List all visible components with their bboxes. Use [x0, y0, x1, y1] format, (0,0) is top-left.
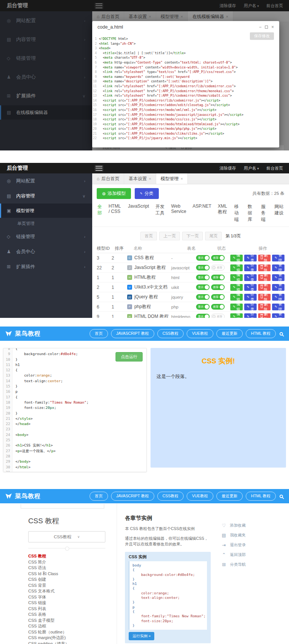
- chapter-link-CSS Id 和 Class[interactable]: CSS Id 和 Class: [28, 571, 105, 577]
- site-logo[interactable]: 菜鸟教程: [5, 330, 41, 338]
- 分类-button[interactable]: ✎分类: [244, 294, 257, 301]
- show-toggle[interactable]: 显示: [196, 304, 210, 310]
- action-返回顶部[interactable]: ⌃返回顶部: [221, 552, 246, 557]
- nav-item-VUE教程[interactable]: VUE教程: [187, 329, 213, 338]
- action-我收藏夹[interactable]: ▤我收藏夹: [221, 533, 246, 538]
- nav-item-HTML 教程[interactable]: HTML 教程: [246, 329, 276, 338]
- page-link-下一页[interactable]: 下一页: [182, 232, 203, 240]
- 管理-button[interactable]: ✎管理: [272, 294, 284, 301]
- 删除-button[interactable]: 删除: [258, 294, 271, 301]
- 管理-button[interactable]: ✎管理: [272, 264, 284, 271]
- filter-服务端[interactable]: 服务端: [261, 204, 268, 223]
- nav-item-CSS教程[interactable]: CSS教程: [157, 492, 184, 501]
- 分类-button[interactable]: ✎分类: [244, 255, 257, 261]
- sidebar-item-扩展插件[interactable]: ⊞扩展插件›: [0, 259, 92, 274]
- filter-JavaScript[interactable]: JavaScript: [128, 204, 149, 223]
- chapter-link-CSS margin(外边距)[interactable]: CSS margin(外边距): [28, 635, 105, 641]
- chapter-link-CSS 背景[interactable]: CSS 背景: [28, 583, 105, 589]
- chapter-link-CSS 链接[interactable]: CSS 链接: [28, 600, 105, 606]
- classify-button[interactable]: ✎分类: [135, 188, 159, 199]
- action-添加收藏[interactable]: ♡添加收藏: [221, 523, 246, 528]
- chapter-link-CSS 轮廓（outline）[interactable]: CSS 轮廓（outline）: [28, 629, 105, 635]
- sidebar-item-链接管理[interactable]: ◇链接管理›: [0, 229, 92, 244]
- 分类-button[interactable]: ✎分类: [244, 313, 257, 318]
- close-tab-icon[interactable]: ×: [149, 176, 151, 181]
- filter-Web Service[interactable]: Web Service: [171, 204, 186, 223]
- page-link-首页[interactable]: 首页: [140, 232, 157, 240]
- filter-XML 教程[interactable]: XML 教程: [218, 204, 228, 223]
- recommend-toggle[interactable]: 推荐: [211, 265, 225, 270]
- chapter-link-CSS 语法[interactable]: CSS 语法: [28, 565, 105, 571]
- chapter-link-CSS 盒子模型[interactable]: CSS 盒子模型: [28, 618, 105, 624]
- close-icon[interactable]: ×: [271, 24, 274, 30]
- sidebar-item-模型管理[interactable]: ▣模型管理: [0, 204, 92, 218]
- action-退出登录[interactable]: ⇥退出登录: [221, 542, 246, 548]
- chapter-link-CSS 教程[interactable]: CSS 教程: [28, 553, 105, 559]
- frontend-home-link[interactable]: 前台首页: [266, 166, 283, 171]
- nav-item-CSS教程[interactable]: CSS教程: [157, 329, 184, 338]
- page-link-上一页[interactable]: 上一页: [159, 232, 180, 240]
- 删除-button[interactable]: 删除: [258, 255, 271, 261]
- 编辑-button[interactable]: ✎编辑: [230, 284, 243, 291]
- 编辑-button[interactable]: ✎编辑: [230, 274, 243, 281]
- nav-item-VUE教程[interactable]: VUE教程: [187, 492, 213, 501]
- 管理-button[interactable]: ✎管理: [272, 274, 284, 281]
- filter-开发工具[interactable]: 开发工具: [155, 204, 165, 223]
- run-code-button[interactable]: 点击运行: [116, 352, 143, 361]
- chapter-link-CSS 列表[interactable]: CSS 列表: [28, 606, 105, 612]
- recommend-toggle[interactable]: 推荐: [211, 294, 225, 300]
- chapter-link-CSS 创建[interactable]: CSS 创建: [28, 577, 105, 583]
- 管理-button[interactable]: ✎管理: [272, 313, 284, 318]
- filter-网站建设[interactable]: 网站建设: [274, 204, 284, 223]
- recommend-toggle[interactable]: 推荐: [211, 255, 225, 261]
- page-link-尾页[interactable]: 尾页: [205, 232, 222, 240]
- 管理-button[interactable]: ✎管理: [272, 284, 284, 291]
- sidebar-item-网站配置[interactable]: ◎网站配置›: [0, 173, 92, 188]
- sidebar-item-内容管理[interactable]: ▤内容管理∨: [0, 188, 92, 204]
- show-toggle[interactable]: 显示: [196, 314, 210, 318]
- username-menu[interactable]: 用户名▾: [243, 166, 259, 171]
- minimize-icon[interactable]: −: [259, 24, 262, 30]
- chapter-link-CSS padding（填充）[interactable]: CSS padding（填充）: [28, 641, 105, 644]
- 编辑-button[interactable]: ✎编辑: [230, 304, 243, 310]
- 分类-button[interactable]: ✎分类: [244, 274, 257, 281]
- show-toggle[interactable]: 显示: [196, 294, 210, 300]
- add-model-button[interactable]: ⊕添加模型: [97, 188, 131, 199]
- recommend-toggle[interactable]: 推荐: [211, 304, 225, 310]
- 管理-button[interactable]: ✎管理: [272, 304, 284, 310]
- filter-HTML / CSS[interactable]: HTML / CSS: [108, 204, 122, 223]
- action-分类导航[interactable]: ⊞分类导航: [221, 562, 246, 567]
- editor-lines[interactable]: 8{9 background-color:#d0e4fe;10}11h112{1…: [3, 348, 146, 472]
- nav-item-首页[interactable]: 首页: [90, 329, 108, 338]
- show-toggle[interactable]: 显示: [196, 265, 210, 270]
- save-changes-button[interactable]: 保存修改: [250, 32, 274, 40]
- show-toggle[interactable]: 显示: [196, 275, 210, 280]
- recommend-toggle[interactable]: 推荐: [211, 314, 225, 318]
- filter-全部[interactable]: 全部: [97, 204, 102, 223]
- clear-cache-link[interactable]: 清除缓存: [219, 166, 236, 171]
- menu-toggle-icon[interactable]: [94, 165, 103, 172]
- search-icon[interactable]: [280, 495, 283, 498]
- code-editor[interactable]: 点击运行 8{9 background-color:#d0e4fe;10}11h…: [3, 348, 147, 472]
- 编辑-button[interactable]: ✎编辑: [230, 264, 243, 271]
- 删除-button[interactable]: 删除: [258, 313, 271, 318]
- nav-item-JAVASCRIPT 教程[interactable]: JAVASCRIPT 教程: [111, 492, 154, 501]
- maximize-icon[interactable]: [265, 26, 268, 29]
- chapter-link-CSS 文本格式[interactable]: CSS 文本格式: [28, 588, 105, 594]
- site-logo[interactable]: 菜鸟教程: [5, 492, 41, 500]
- tab-基本设置[interactable]: 基本设置×: [124, 173, 156, 184]
- nav-item-最近更新[interactable]: 最近更新: [216, 329, 243, 338]
- 分类-button[interactable]: ✎分类: [244, 264, 257, 271]
- modal-code-area[interactable]: 1<!DOCTYPE html>2<html lang="zh-CN">3<he…: [92, 36, 279, 141]
- chapter-link-CSS 字体[interactable]: CSS 字体: [28, 594, 105, 600]
- tab-后台首页[interactable]: ⌂后台首页: [92, 173, 124, 184]
- 分类-button[interactable]: ✎分类: [244, 304, 257, 310]
- chapter-link-CSS 边框[interactable]: CSS 边框: [28, 623, 105, 629]
- filter-ASP.NET[interactable]: ASP.NET: [193, 204, 211, 223]
- tutorial-select[interactable]: CSS教程 ∨: [28, 531, 105, 542]
- run-example-button[interactable]: 运行实例 »: [129, 632, 154, 640]
- close-tab-icon[interactable]: ×: [181, 176, 183, 181]
- nav-item-JAVASCRIPT 教程[interactable]: JAVASCRIPT 教程: [111, 329, 154, 338]
- sidebar-item-会员中心[interactable]: ♟会员中心›: [0, 244, 92, 259]
- 管理-button[interactable]: ✎管理: [272, 255, 284, 261]
